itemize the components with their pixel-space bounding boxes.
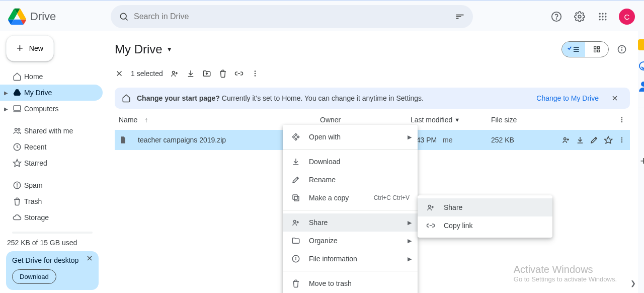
svg-point-36 <box>621 137 622 138</box>
help-icon[interactable] <box>546 7 567 27</box>
banner-cta[interactable]: Change to My Drive <box>536 94 599 102</box>
more-icon[interactable] <box>618 116 626 124</box>
ctx-trash[interactable]: Move to trash <box>283 274 418 292</box>
contacts-icon[interactable] <box>639 82 644 92</box>
row-rename-icon[interactable] <box>590 135 599 144</box>
col-size[interactable]: File size <box>491 116 517 124</box>
info-icon <box>291 254 301 263</box>
delete-button[interactable] <box>218 69 227 78</box>
ctx-file-info[interactable]: File information ▶ <box>283 250 418 268</box>
col-name[interactable]: Name <box>119 116 137 124</box>
tasks-icon[interactable] <box>639 61 644 70</box>
folder-title-dropdown[interactable]: My Drive ▼ <box>115 42 173 56</box>
search-input[interactable] <box>134 12 450 21</box>
side-panel: + <box>638 31 644 293</box>
share-icon <box>291 218 301 227</box>
sidebar-item-spam[interactable]: ▶ Spam <box>0 177 103 193</box>
sidebar-item-computers[interactable]: ▶ Computers <box>0 101 103 117</box>
svg-point-28 <box>254 70 256 72</box>
chevron-down-icon[interactable]: ▼ <box>454 117 460 123</box>
submenu-copy-link[interactable]: Copy link <box>418 216 552 235</box>
sidebar-item-label: Shared with me <box>24 127 73 135</box>
svg-point-34 <box>564 138 567 140</box>
search-options-icon[interactable] <box>450 7 470 27</box>
download-icon <box>291 157 301 166</box>
row-star-icon[interactable] <box>604 135 613 144</box>
banner-close-icon[interactable] <box>611 94 623 102</box>
drive-logo-icon <box>8 8 26 26</box>
more-button[interactable] <box>251 69 260 78</box>
share-button[interactable] <box>170 69 179 78</box>
sidebar-item-storage[interactable]: ▶ Storage <box>0 209 103 226</box>
svg-rect-23 <box>594 50 596 52</box>
trash-icon <box>10 197 24 206</box>
hide-side-panel-icon[interactable]: ❯ <box>630 279 636 287</box>
row-download-icon[interactable] <box>576 135 585 144</box>
svg-rect-22 <box>597 47 599 49</box>
svg-point-20 <box>17 187 18 187</box>
close-icon[interactable] <box>86 254 94 262</box>
shortcut-text: Ctrl+C Ctrl+V <box>374 194 410 201</box>
svg-point-43 <box>296 257 296 258</box>
header: Drive C <box>0 2 644 31</box>
svg-rect-24 <box>597 50 599 52</box>
cloud-icon <box>10 213 24 222</box>
svg-point-16 <box>18 128 20 130</box>
settings-icon[interactable] <box>570 7 590 27</box>
submenu-share[interactable]: Share <box>418 198 552 216</box>
apps-icon[interactable] <box>593 7 613 27</box>
list-view-button[interactable] <box>562 42 585 57</box>
folder-icon <box>291 236 301 245</box>
svg-point-27 <box>172 71 175 74</box>
ctx-rename[interactable]: Rename <box>283 171 418 189</box>
new-button[interactable]: + New <box>6 35 54 61</box>
plus-icon: + <box>17 43 23 54</box>
sidebar-item-trash[interactable]: ▶ Trash <box>0 193 103 209</box>
storage-bar <box>12 232 93 234</box>
row-more-icon[interactable] <box>618 136 626 144</box>
sort-asc-icon[interactable]: ↑ <box>144 116 148 124</box>
svg-point-29 <box>254 73 256 75</box>
desktop-download-button[interactable]: Download <box>12 269 56 284</box>
search-icon[interactable] <box>114 7 134 27</box>
svg-point-4 <box>578 15 581 18</box>
ctx-share[interactable]: Share ▶ <box>283 213 418 232</box>
sidebar-item-label: Storage <box>24 213 49 222</box>
ctx-open-with[interactable]: Open with ▶ <box>283 128 418 146</box>
addons-plus-icon[interactable]: + <box>640 155 644 168</box>
svg-point-30 <box>254 75 256 77</box>
sidebar-item-label: Spam <box>24 181 43 189</box>
ctx-make-copy[interactable]: Make a copy Ctrl+C Ctrl+V <box>283 189 418 207</box>
expand-icon[interactable]: ▶ <box>2 90 10 96</box>
col-modified[interactable]: Last modified <box>411 116 452 124</box>
selection-toolbar: 1 selected <box>115 63 630 84</box>
move-button[interactable] <box>202 69 211 78</box>
link-button[interactable] <box>234 69 244 78</box>
sidebar-item-label: My Drive <box>24 89 52 97</box>
home-icon <box>10 72 24 81</box>
sidebar-item-home[interactable]: ▶ Home <box>0 68 103 85</box>
context-menu: Open with ▶ Download Rename Make a copy … <box>283 125 418 293</box>
ctx-organize[interactable]: Organize ▶ <box>283 232 418 250</box>
col-owner[interactable]: Owner <box>320 116 341 124</box>
sidebar-item-shared[interactable]: ▶ Shared with me <box>0 123 103 139</box>
grid-view-button[interactable] <box>585 42 608 57</box>
clear-selection-button[interactable] <box>115 69 124 78</box>
share-submenu: Share Copy link <box>418 195 552 238</box>
details-icon[interactable] <box>614 41 630 57</box>
row-share-icon[interactable] <box>561 135 571 144</box>
download-button[interactable] <box>186 69 195 78</box>
page-title: My Drive <box>115 42 163 56</box>
logo[interactable]: Drive <box>8 8 107 26</box>
svg-point-0 <box>120 13 126 19</box>
svg-point-2 <box>552 12 561 21</box>
banner-text: Change your start page? Currently it's s… <box>137 94 424 102</box>
sidebar-item-my-drive[interactable]: ▶ My Drive <box>0 85 103 101</box>
svg-point-15 <box>15 128 18 131</box>
sidebar-item-starred[interactable]: ▶ Starred <box>0 155 103 171</box>
account-avatar[interactable]: C <box>619 9 635 25</box>
sidebar-item-recent[interactable]: ▶ Recent <box>0 139 103 155</box>
ctx-download[interactable]: Download <box>283 153 418 171</box>
keep-icon[interactable] <box>638 39 644 50</box>
expand-icon[interactable]: ▶ <box>2 106 10 112</box>
